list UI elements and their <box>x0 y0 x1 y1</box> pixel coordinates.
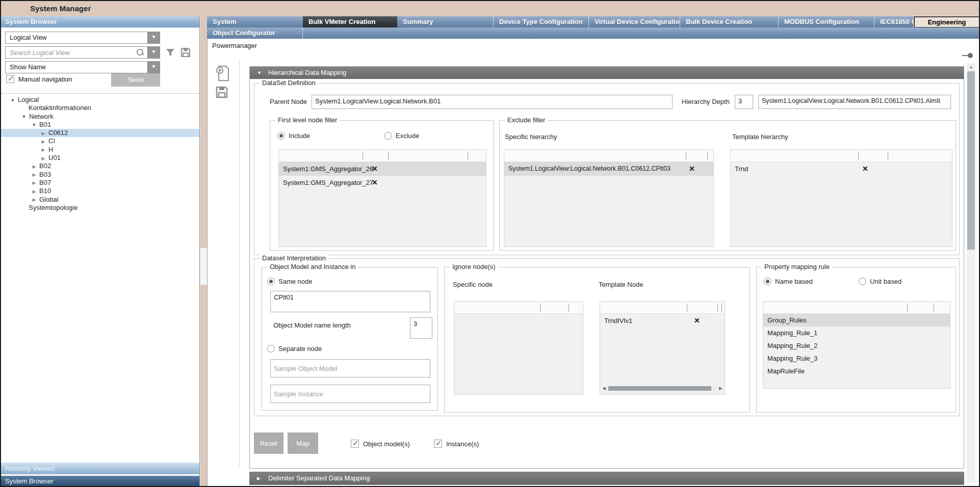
horizontal-scrollbar[interactable]: ◀ ▶ <box>602 385 723 392</box>
expand-icon[interactable] <box>31 195 38 204</box>
tab-bulk-device-creation[interactable]: Bulk Device Creation <box>680 16 778 28</box>
scroll-up-icon[interactable]: ▲ <box>967 64 975 69</box>
chevron-down-icon[interactable] <box>147 32 160 43</box>
tree-item-ci[interactable]: CI <box>1 137 199 145</box>
include-radio[interactable] <box>277 132 285 140</box>
tab-summary[interactable]: Summary <box>397 16 493 28</box>
tab-system[interactable]: System <box>207 16 303 28</box>
tree-item-c0612[interactable]: C0612 <box>1 129 199 137</box>
tab-object-configurator[interactable]: Object Configurator <box>207 28 303 39</box>
tree-item-label: Logical <box>18 96 39 104</box>
map-button[interactable]: Map <box>288 432 318 454</box>
list-item[interactable]: System1.LogicalView:Logical.Network.B01.… <box>504 162 713 176</box>
remove-icon[interactable] <box>372 176 378 190</box>
system-browser-header[interactable]: System Browser <box>1 16 199 28</box>
expand-icon[interactable] <box>31 178 38 187</box>
sample-path-field[interactable]: System1.LogicalView:Logical.Network.B01.… <box>758 95 951 109</box>
recently-viewed-bar[interactable]: Recently Viewed <box>1 463 199 474</box>
list-item[interactable]: MapRuleFile <box>763 365 950 377</box>
expand-icon[interactable] <box>31 170 38 179</box>
same-node-radio[interactable] <box>267 278 275 285</box>
remove-icon[interactable] <box>862 162 868 176</box>
hierarchical-data-mapping-header[interactable]: ▼ Hierarchical Data Mapping <box>250 67 964 79</box>
exclude-radio[interactable] <box>384 132 392 140</box>
expand-icon[interactable] <box>40 145 47 154</box>
remove-icon[interactable] <box>689 162 695 176</box>
tab-device-type-configuration[interactable]: Device Type Configuration <box>493 16 588 28</box>
tree-item-u01[interactable]: U01 <box>1 154 199 162</box>
object-model-name-length-field[interactable]: 3 <box>410 317 432 339</box>
collapse-icon[interactable]: ▼ <box>257 67 262 79</box>
tree-item-b10[interactable]: B10 <box>1 187 199 195</box>
separate-node-radio[interactable] <box>267 345 275 353</box>
name-based-radio[interactable] <box>764 278 771 285</box>
collapse-icon[interactable] <box>20 112 28 121</box>
save-icon[interactable] <box>215 86 228 99</box>
instances-checkbox[interactable] <box>434 440 442 448</box>
list-item[interactable]: Group_Rules <box>763 314 950 327</box>
new-dataset-icon[interactable] <box>215 65 230 82</box>
tree-item-systemtopologie[interactable]: Systemtopologie <box>1 204 199 212</box>
filter-icon[interactable] <box>165 47 176 58</box>
expand-icon[interactable]: ▶ <box>257 472 261 484</box>
list-item[interactable]: Mapping_Rule_1 <box>763 327 950 339</box>
expand-icon[interactable] <box>40 129 47 138</box>
splitter-handle[interactable] <box>200 248 207 285</box>
list-item[interactable]: Trnd <box>731 162 952 176</box>
tab-bulk-vmeter-creation[interactable]: Bulk VMeter Creation <box>303 16 397 28</box>
exclude-filter-group: Exclude filter Specific hierarchy Templa… <box>499 120 956 251</box>
scrollbar-thumb[interactable] <box>608 386 711 391</box>
delimiter-separated-data-mapping-header[interactable]: ▶ Delimiter Separated Data Mapping <box>249 472 964 485</box>
chevron-down-icon[interactable] <box>147 62 160 73</box>
display-mode-selector[interactable]: Show Name <box>5 61 160 73</box>
tree-item-label: B02 <box>39 162 51 170</box>
remove-icon[interactable] <box>694 314 700 328</box>
engineering-mode-button[interactable]: Engineering <box>914 16 980 28</box>
reset-button[interactable]: Reset <box>254 432 283 454</box>
tree-item-kontaktinformationen[interactable]: Kontaktinformationen <box>1 104 199 112</box>
scroll-left-icon[interactable]: ◀ <box>602 385 607 392</box>
hierarchy-depth-field[interactable]: 3 <box>735 95 753 109</box>
tree-item-b01[interactable]: B01 <box>1 121 199 129</box>
unit-based-radio[interactable] <box>859 278 866 285</box>
object-models-checkbox[interactable] <box>351 440 359 448</box>
tree-item-b03[interactable]: B03 <box>1 171 199 179</box>
list-item[interactable]: Mapping_Rule_3 <box>763 352 950 365</box>
group-title: Property mapping rule <box>762 263 832 270</box>
tree-item-global[interactable]: Global <box>1 196 199 204</box>
tab-virtual-device-configuration[interactable]: Virtual Device Configuratio <box>588 16 680 28</box>
parent-node-field[interactable]: System1.LogicalView:Logical.Network.B01 <box>312 95 673 109</box>
tree-item-h[interactable]: H <box>1 146 199 154</box>
tree-item-b02[interactable]: B02 <box>1 162 199 170</box>
save-icon[interactable] <box>180 47 191 58</box>
list-item[interactable]: System1:GMS_Aggregator_27 <box>279 176 486 190</box>
ignore-nodes-group: Ignore node(s) Specific node Template No… <box>444 267 750 413</box>
list-item[interactable]: Mapping_Rule_2 <box>763 339 950 352</box>
expand-icon[interactable] <box>31 187 38 196</box>
sample-object-model-input[interactable] <box>270 359 430 377</box>
pin-icon[interactable] <box>962 52 974 59</box>
expand-icon[interactable] <box>40 154 47 163</box>
expand-icon[interactable] <box>40 137 47 146</box>
scrollbar-thumb[interactable] <box>967 71 975 250</box>
chevron-down-icon[interactable] <box>147 47 160 58</box>
remove-icon[interactable] <box>372 162 378 176</box>
sample-instance-input[interactable] <box>270 385 430 403</box>
list-item[interactable]: TrndIVlv1 <box>600 314 725 328</box>
tree-item-logical[interactable]: Logical <box>1 96 199 104</box>
collapse-icon[interactable] <box>31 120 38 129</box>
collapse-icon[interactable] <box>9 96 16 104</box>
system-browser-bottom-bar[interactable]: System Browser <box>1 476 199 487</box>
search-input[interactable] <box>6 47 132 58</box>
expand-icon[interactable] <box>31 162 38 171</box>
same-node-value-field[interactable]: CPlt01 <box>270 291 430 312</box>
tab-modbus-configuration[interactable]: MODBUS Configuration <box>778 16 874 28</box>
send-button[interactable]: Send <box>111 73 160 87</box>
vertical-scrollbar[interactable]: ▲ <box>967 63 975 483</box>
view-selector[interactable]: Logical View <box>5 32 160 44</box>
tree-item-b07[interactable]: B07 <box>1 179 199 187</box>
tree-item-network[interactable]: Network <box>1 113 199 121</box>
scroll-right-icon[interactable]: ▶ <box>717 385 723 392</box>
list-item[interactable]: System1:GMS_Aggregator_26 <box>279 162 486 176</box>
manual-navigation-checkbox[interactable] <box>6 75 14 83</box>
